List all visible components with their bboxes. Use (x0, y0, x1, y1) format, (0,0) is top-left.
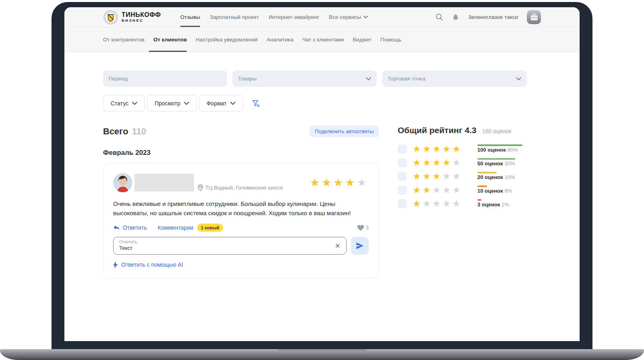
nav-item-reviews[interactable]: Отзывы (175, 7, 205, 27)
reply-link[interactable]: Ответить (113, 224, 147, 231)
subnav-help[interactable]: Помощь (376, 27, 406, 52)
subnav-notification-settings[interactable]: Настройка уведомлений (191, 27, 262, 52)
rating-percent: 2% (502, 202, 509, 208)
chevron-down-icon (363, 16, 368, 19)
rating-percent: 8% (505, 188, 512, 194)
review-star-rating: ★★★★★ (310, 177, 369, 188)
subnav-chat-with-clients[interactable]: Чат с клиентами (298, 27, 348, 52)
chevron-down-icon (516, 77, 521, 80)
reply-input-label: Ответить (119, 239, 341, 245)
logo-sub-text: БИЗНЕС (122, 18, 161, 23)
rating-bar (477, 172, 522, 173)
rating-count: 100 оценок (477, 147, 506, 153)
search-icon[interactable] (436, 13, 443, 21)
tinkoff-logo[interactable]: ТИНЬКОФФ БИЗНЕС (103, 7, 161, 27)
nav-item-payroll[interactable]: Зарплатный проект (205, 7, 264, 27)
review-card: ТЦ Водный, Головинское шоссе ★★★★★ Очень… (103, 163, 379, 278)
rating-filter-checkbox[interactable] (398, 185, 407, 195)
connect-autoreplies-button[interactable]: Подключить автоответы (310, 125, 379, 137)
clear-input-icon[interactable]: ✕ (335, 241, 341, 250)
new-comment-badge: 1 новый (197, 224, 223, 232)
stars-3: ★★★★★ (413, 172, 462, 181)
likes-count: 3 (366, 224, 369, 230)
reviewer-name-redacted (134, 174, 194, 191)
likes-counter[interactable]: 3 (357, 224, 369, 231)
rating-row-4-stars: ★★★★★ 50 оценок30% (398, 156, 522, 169)
comments-link[interactable]: Комментарии (158, 224, 193, 231)
notifications-bell-icon[interactable] (452, 13, 459, 21)
rating-percent: 30% (505, 160, 515, 167)
reply-input-value: Текст (119, 245, 341, 252)
period-filter-input[interactable]: Период (103, 70, 227, 87)
stars-5: ★★★★★ (413, 144, 462, 154)
status-dropdown-button[interactable]: Статус (103, 95, 145, 111)
nav-item-acquiring[interactable]: Интернет-эквайринг (264, 7, 324, 27)
reviewer-avatar (113, 173, 132, 192)
total-count: 110 (132, 126, 147, 137)
top-navigation-bar: ТИНЬКОФФ БИЗНЕС Отзывы Зарплатный проект… (64, 7, 580, 27)
primary-nav: Отзывы Зарплатный проект Интернет-эквайр… (175, 7, 373, 27)
app-viewport: ТИНЬКОФФ БИЗНЕС Отзывы Зарплатный проект… (64, 7, 580, 341)
nav-item-all-services[interactable]: Все сервисы (324, 7, 373, 27)
reply-text-input[interactable]: Ответить Текст ✕ (113, 237, 347, 255)
send-reply-button[interactable] (351, 237, 369, 255)
rating-filter-checkbox[interactable] (398, 199, 407, 208)
reply-arrow-icon (113, 224, 120, 230)
lightning-bolt-icon (113, 261, 118, 268)
ai-reply-link[interactable]: Ответить с помощью AI (113, 261, 369, 268)
review-text: Очень вежливые и приветливые сотрудники.… (113, 199, 369, 218)
subnav-widget[interactable]: Виджет (348, 27, 376, 52)
outlet-filter-select[interactable]: Торговая точка (382, 70, 527, 87)
laptop-screen-bezel: ТИНЬКОФФ БИЗНЕС Отзывы Зарплатный проект… (52, 2, 592, 349)
stars-1: ★★★★★ (413, 199, 462, 208)
subnav-analytics[interactable]: Аналитика (262, 27, 298, 52)
rating-title: Общий рейтинг 4.3 (398, 125, 477, 135)
rating-filter-checkbox[interactable] (398, 144, 407, 154)
location-pin-icon (198, 184, 203, 191)
rating-panel: Общий рейтинг 4.3 180 оценок ★★★★★ 100 о… (398, 125, 522, 278)
rating-count: 50 оценок (477, 160, 503, 167)
rating-row-1-star: ★★★★★ 3 оценок2% (398, 197, 522, 210)
filter-row: Период Товары Торговая точка (103, 70, 541, 87)
account-avatar-briefcase-icon[interactable] (527, 10, 541, 24)
rating-count: 3 оценок (477, 202, 500, 208)
rating-percent: 10% (505, 174, 515, 180)
review-location: ТЦ Водный, Головинское шоссе (198, 184, 283, 191)
logo-brand-text: ТИНЬКОФФ (122, 12, 161, 19)
tinkoff-emblem-icon (103, 9, 118, 25)
rating-count-subtitle: 180 оценок (482, 128, 511, 134)
page-content: Период Товары Торговая точка (64, 52, 580, 278)
secondary-nav: От контрагентов От клиентов Настройка ув… (64, 27, 580, 52)
clear-filters-icon[interactable] (252, 99, 260, 108)
format-dropdown-button[interactable]: Формат (199, 95, 243, 111)
stars-4: ★★★★★ (413, 158, 462, 167)
rating-percent: 80% (508, 147, 518, 153)
rating-bar (477, 185, 522, 187)
rating-row-3-stars: ★★★★★ 20 оценок10% (398, 169, 522, 183)
rating-row-2-stars: ★★★★★ 10 оценок8% (398, 183, 522, 197)
chevron-down-icon (366, 77, 371, 80)
subnav-from-clients[interactable]: От клиентов (149, 27, 191, 52)
month-heading: Февраль 2023 (103, 149, 379, 157)
rating-bar (477, 158, 522, 160)
total-label: Всего (103, 126, 128, 137)
subnav-from-contractors[interactable]: От контрагентов (103, 27, 149, 52)
heart-icon (357, 224, 364, 231)
rating-count: 20 оценок (477, 174, 503, 180)
products-filter-select[interactable]: Товары (232, 70, 377, 87)
rating-bar (477, 199, 522, 201)
rating-filter-checkbox[interactable] (398, 172, 407, 181)
account-name[interactable]: Зеленоглазое такси (468, 14, 518, 20)
reviews-column: Всего 110 Подключить автоответы Февраль … (103, 125, 379, 278)
chip-button-row: Статус Просмотр Формат (103, 95, 541, 111)
laptop-mockup: ТИНЬКОФФ БИЗНЕС Отзывы Зарплатный проект… (0, 0, 644, 360)
laptop-base (0, 349, 644, 360)
view-dropdown-button[interactable]: Просмотр (147, 95, 197, 111)
rating-filter-checkbox[interactable] (398, 158, 407, 167)
rating-count: 10 оценок (477, 188, 503, 194)
rating-bar (477, 144, 522, 146)
send-icon (356, 242, 364, 249)
stars-2: ★★★★★ (413, 185, 462, 195)
rating-row-5-stars: ★★★★★ 100 оценок80% (398, 142, 522, 156)
